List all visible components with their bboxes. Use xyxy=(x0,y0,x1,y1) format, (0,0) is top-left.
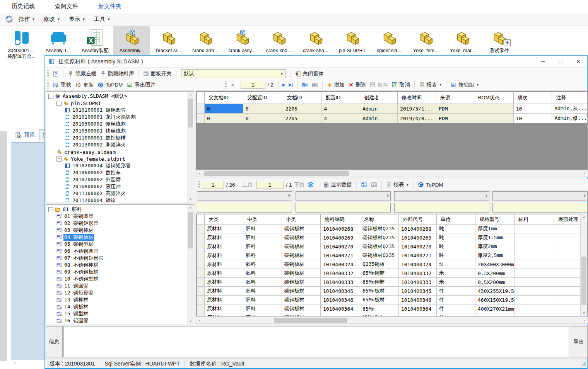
table-row[interactable]: 原材料胚料碳钢板材101040036465Mn1010400364件400X27… xyxy=(197,304,583,313)
table-cell[interactable]: 件 xyxy=(437,287,475,296)
table-cell[interactable]: 1010400324 xyxy=(399,260,437,269)
table-cell[interactable] xyxy=(554,260,582,269)
tree-item-label[interactable]: 03 碳钢棒材 xyxy=(63,227,94,234)
grid-columns-button[interactable] xyxy=(369,180,379,189)
scroll-left-icon[interactable]: ‹ xyxy=(14,359,15,365)
table-cell[interactable]: 碳钢板材 xyxy=(282,224,321,233)
tree-item-label[interactable]: 2010800002 液压冲 xyxy=(72,183,121,190)
material-tree-item[interactable]: 15 铜型材 xyxy=(46,310,187,317)
table-cell[interactable]: 2205 xyxy=(283,104,321,114)
column-header[interactable]: 文档ID xyxy=(283,92,321,104)
filter-combobox-4[interactable]: ∨ xyxy=(492,191,588,201)
table-cell[interactable]: 胚料 xyxy=(243,233,282,242)
table-cell[interactable]: 件 xyxy=(437,296,475,304)
tree-item-label[interactable]: 2011200004 镀镍 xyxy=(72,197,116,202)
table-cell[interactable]: PDM xyxy=(436,114,474,123)
material-tree-scrollbar[interactable]: ∧ ∨ xyxy=(187,205,194,324)
info-button[interactable]: 信息 xyxy=(46,326,63,357)
column-header[interactable]: 创建者 xyxy=(360,92,398,104)
row-selector[interactable] xyxy=(197,296,205,304)
row-selector[interactable] xyxy=(197,242,205,251)
row-selector[interactable] xyxy=(197,114,205,123)
table-cell[interactable]: 0.3X200mm xyxy=(475,269,514,278)
grid-view-button[interactable] xyxy=(359,180,369,189)
column-header[interactable]: 父配置ID xyxy=(243,92,283,104)
table-cell[interactable]: 胚料 xyxy=(243,287,282,296)
row-selector[interactable] xyxy=(197,224,205,233)
left-scrollbar[interactable] xyxy=(0,131,7,361)
update-button[interactable]: 更新 xyxy=(73,80,96,90)
table-cell[interactable]: 原材料 xyxy=(205,242,243,251)
table-row[interactable]: 原材料胚料碳钢板材101040033265Mn钢带1010400332米0.3X… xyxy=(197,269,583,278)
table-cell[interactable]: 1010400346 xyxy=(321,296,360,304)
table-cell[interactable]: 0.2X125X1000 xyxy=(475,313,514,317)
column-header[interactable]: 物料编码 xyxy=(321,214,360,224)
tree-item-label[interactable]: 11 铜圆管 xyxy=(63,282,89,289)
column-header[interactable]: 父文档ID xyxy=(204,92,243,104)
tab-preview[interactable]: 预览 xyxy=(11,129,39,141)
next-page-link[interactable]: 下页 xyxy=(294,181,305,188)
table-cell[interactable]: 碳钢板材 xyxy=(282,251,321,260)
report-button[interactable]: 报表 ▼ xyxy=(384,180,411,189)
table-cell[interactable]: 1010400269 xyxy=(399,233,437,242)
table-cell[interactable]: 0 xyxy=(243,104,283,114)
materials-page-input[interactable] xyxy=(202,181,224,189)
tree-item-label[interactable]: 1010200014 碳钢矩形管 xyxy=(72,162,132,169)
tree-collapse-icon[interactable]: − xyxy=(56,101,62,106)
tree-item-label[interactable]: 15 铜型材 xyxy=(63,310,89,317)
table-cell[interactable]: PDM xyxy=(436,104,474,114)
tree-item-label[interactable]: 01 胚料 xyxy=(62,206,82,213)
row-selector[interactable] xyxy=(197,260,205,269)
tree-item-label[interactable]: 1010100001 碳钢圆管 xyxy=(72,107,126,114)
table-row[interactable]: 原材料胚料碳钢板材1010400371锰钢板材1010400371件0.2X12… xyxy=(197,313,583,317)
table-cell[interactable]: 10 xyxy=(513,114,552,123)
resize-grip-icon[interactable] xyxy=(581,362,586,366)
menu-new-folder[interactable]: 新文件夹 xyxy=(98,3,121,10)
table-cell[interactable]: 碳钢板材 xyxy=(282,269,321,278)
maximize-button[interactable]: □ xyxy=(552,56,569,67)
tree-item-label[interactable]: 06 不锈钢圆管 xyxy=(63,248,99,255)
table-cell[interactable]: 1010400332 xyxy=(399,269,437,278)
table-cell[interactable] xyxy=(554,278,582,287)
material-tree-item[interactable]: 06 不锈钢圆管 xyxy=(46,248,187,255)
table-row[interactable]: 原材料胚料碳钢板材1010400270碳钢板材Q2351010400270吨厚度… xyxy=(197,242,583,251)
tree-item-label[interactable]: 2010700002 外圆磨 xyxy=(72,176,121,183)
table-cell[interactable]: 米 xyxy=(437,278,475,287)
menu-operate[interactable]: 操作▼ xyxy=(16,14,38,24)
table-cell[interactable]: 65Mn钢带 xyxy=(360,269,399,278)
table-cell[interactable]: 胚料 xyxy=(243,304,282,313)
table-cell[interactable]: 碳钢板材 xyxy=(282,313,321,317)
table-cell[interactable]: Admin xyxy=(360,104,398,114)
material-tree-item[interactable]: 03 碳钢棒材 xyxy=(46,227,187,234)
material-tree-item[interactable]: 12 铜矩形管 xyxy=(46,289,187,296)
scroll-right-icon[interactable]: › xyxy=(581,317,587,323)
bom-tree-scrollbar[interactable]: ∧ ∨ xyxy=(187,92,194,202)
panel-switch-button[interactable]: 面板开关 xyxy=(141,69,174,78)
table-cell[interactable]: 1010400270 xyxy=(399,242,437,251)
table-cell[interactable]: 原材料 xyxy=(205,313,243,317)
table-cell[interactable]: 胚料 xyxy=(243,224,282,233)
bom-tree-item[interactable]: 2011000001 数控刨槽 xyxy=(46,134,187,141)
column-header[interactable]: 小类 xyxy=(282,214,321,224)
material-tree-item[interactable]: 04 碳钢板材 xyxy=(46,234,187,241)
table-row[interactable]: 原材料胚料碳钢板材101040034565Mn板材1010400345件430X… xyxy=(197,287,583,296)
table-cell[interactable]: 65Mn板材 xyxy=(360,287,399,296)
tree-item-label[interactable]: 2010100001 龙门火焰切割 xyxy=(72,114,137,121)
table-cell[interactable]: Admin xyxy=(360,114,398,123)
table-cell[interactable] xyxy=(514,287,554,296)
table-cell[interactable]: 1010400268 xyxy=(321,224,360,233)
column-header[interactable]: 注释 xyxy=(552,92,587,104)
column-header[interactable]: BOM状态 xyxy=(474,92,513,104)
tree-item-label[interactable]: 2011300002 高频淬火 xyxy=(72,190,126,197)
row-selector[interactable] xyxy=(197,287,205,296)
scroll-down-icon[interactable]: ∨ xyxy=(187,196,194,202)
material-tree-item[interactable]: 08 不锈钢棒材 xyxy=(46,262,187,269)
bom-tree-item[interactable]: 2011300002 高频淬火 xyxy=(46,141,187,148)
table-cell[interactable]: 碳钢板材 xyxy=(282,296,321,304)
menu-history[interactable]: 历史记载 xyxy=(12,3,35,10)
tree-item-label[interactable]: 13 铜棒材 xyxy=(63,296,89,303)
tree-item-label[interactable]: 14 铜板材 xyxy=(63,303,89,310)
materials-page2-input[interactable] xyxy=(256,181,284,189)
table-cell[interactable]: 碳钢板材 xyxy=(282,242,321,251)
table-cell[interactable]: 厚度2,5mm xyxy=(475,251,514,260)
